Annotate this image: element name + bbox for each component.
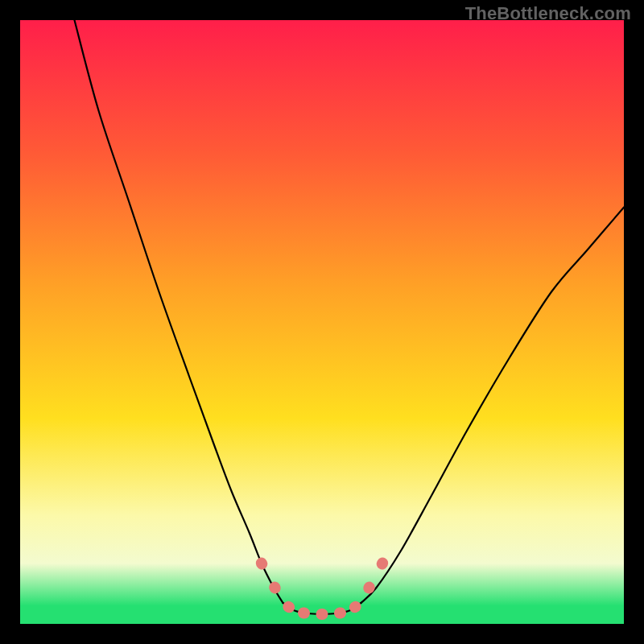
trough-marker xyxy=(297,606,312,620)
chart-stage: TheBottleneck.com xyxy=(0,0,644,644)
curve-svg xyxy=(20,20,624,624)
trough-marker xyxy=(361,580,378,596)
curve-left xyxy=(75,20,283,603)
trough-marker xyxy=(267,580,283,596)
attribution-watermark: TheBottleneck.com xyxy=(465,3,631,24)
trough-markers xyxy=(254,555,390,620)
plot-area xyxy=(20,20,624,624)
trough-marker xyxy=(280,599,297,615)
trough-marker xyxy=(347,599,364,615)
trough-marker xyxy=(333,606,348,620)
trough-marker xyxy=(254,555,269,572)
trough-marker xyxy=(374,555,390,572)
trough-marker xyxy=(316,609,328,620)
curve-right xyxy=(361,208,624,603)
